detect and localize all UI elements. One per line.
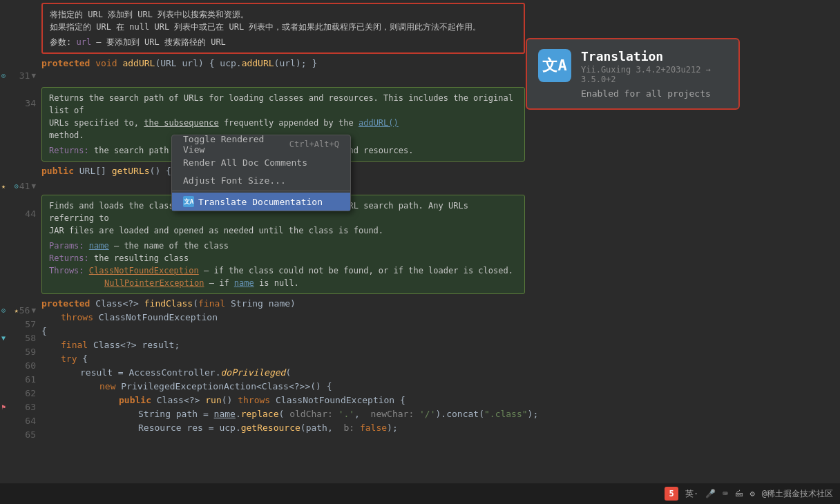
line-num-44: 44 — [0, 207, 41, 221]
menu-item-font-label: Adjust Font Size... — [183, 175, 286, 186]
doc-findclass-returns: Returns: the resulting class — [49, 252, 517, 264]
menu-item-toggle-label: Toggle Rendered View — [183, 134, 289, 155]
doc-findclass-throws: Throws: ClassNotFoundException – if the … — [49, 264, 517, 277]
translation-logo-text: 文A — [542, 55, 566, 76]
line-number-56: 56 — [19, 304, 30, 318]
menu-item-render-label: Render All Doc Comments — [183, 157, 307, 168]
line-gutter: ⊙ 31 ▼ 34 ★ ⊙ 41 ▼ 44 ⊙ ★ 56 ▼ — [0, 0, 41, 483]
taskbar-language-label: 英· — [685, 488, 698, 500]
code-line-65: Resource res = ucp.getResource(path, b: … — [41, 421, 840, 435]
doc-findclass-params: Params: name – the name of the class — [49, 240, 517, 252]
translation-popup: 文A Translation Yii.Guxing 3.4.2+203u212 … — [526, 38, 740, 110]
settings-icon: ⚙ — [750, 489, 755, 498]
taskbar-input[interactable]: 🖮 — [735, 489, 743, 498]
line-num-63: ⚑ 63 — [0, 400, 41, 414]
code-line-61: result = AccessController.doPrivileged( — [41, 366, 840, 380]
expand-icon-41[interactable]: ▼ — [31, 180, 36, 193]
menu-item-render-all[interactable]: Render All Doc Comments — [172, 153, 350, 171]
doc-box-3: Finds and loads the class with the speci… — [41, 195, 840, 294]
line-numbers: ⊙ 31 ▼ 34 ★ ⊙ 41 ▼ 44 ⊙ ★ 56 ▼ — [0, 0, 41, 442]
arrow-icon-41: ⊙ — [15, 180, 19, 193]
line-number-31: 31 — [19, 69, 30, 83]
translation-version: Yii.Guxing 3.4.2+203u212 → 3.5.0+2 — [581, 65, 727, 84]
code-line-58: { — [41, 324, 840, 338]
doc-text-chinese-3: 参数: url – 要添加到 URL 搜索路径的 URL — [50, 36, 517, 48]
taskbar-language[interactable]: 英· — [685, 488, 698, 500]
doc-text-eng-2: URLs specified to, the subsequence frequ… — [49, 117, 517, 129]
code-line-64: String path = name.replace( oldChar: '.'… — [41, 407, 840, 421]
line-num-64: 64 — [0, 414, 41, 428]
line-num-34: 34 — [0, 97, 41, 110]
taskbar-settings[interactable]: ⚙ — [750, 489, 755, 498]
line-num-57: 57 — [0, 318, 41, 331]
mic-icon: 🎤 — [705, 489, 716, 498]
keyboard-icon: ⌨ — [723, 489, 727, 498]
doc-text-chinese-2: 如果指定的 URL 在 null URL 列表中或已在 URL 列表中，或者如果… — [50, 21, 517, 33]
menu-item-toggle-shortcut: Ctrl+Alt+Q — [289, 139, 339, 149]
breakpoint-icon-31[interactable]: ⊙ — [1, 69, 6, 83]
code-line-60: try { — [41, 352, 840, 366]
taskbar-mic[interactable]: 🎤 — [705, 489, 716, 498]
menu-item-translate[interactable]: 文A Translate Documentation — [172, 193, 350, 211]
line-num-62: 62 — [0, 387, 41, 400]
expand-icon-56[interactable]: ▼ — [31, 304, 36, 318]
bookmark-icon-56[interactable]: ★ — [15, 304, 19, 318]
error-icon-63: ⚑ — [1, 400, 6, 414]
line-num-65: 65 — [0, 428, 41, 442]
taskbar-logo-item: 5 — [665, 487, 678, 501]
menu-item-toggle-rendered[interactable]: Toggle Rendered View Ctrl+Alt+Q — [172, 135, 350, 153]
doc-findclass-2: JAR files are loaded and opened as neede… — [49, 224, 517, 237]
taskbar-keyboard[interactable]: ⌨ — [723, 489, 727, 498]
taskbar-logo: 5 — [665, 487, 678, 501]
doc-findclass-throws2: NullPointerException – if name is null. — [49, 277, 517, 289]
taskbar-community: @稀土掘金技术社区 — [762, 488, 833, 500]
line-num-41: ★ ⊙ 41 ▼ — [0, 180, 41, 193]
line-num-60: 60 — [0, 359, 41, 373]
arrow-down-icon-58: ▼ — [1, 331, 6, 345]
line-num-59: 59 — [0, 345, 41, 359]
translation-logo: 文A — [538, 49, 571, 82]
line-number-41: 41 — [19, 180, 30, 193]
community-label: @稀土掘金技术社区 — [762, 488, 833, 500]
line-num-58: ▼ 58 — [0, 331, 41, 345]
bookmark-icon-41[interactable]: ★ — [1, 180, 6, 193]
code-line-62: new PrivilegedExceptionAction<Class<?>>(… — [41, 380, 840, 394]
menu-divider — [172, 191, 350, 191]
menu-item-translate-label: Translate Documentation — [198, 197, 323, 207]
line-num-31: ⊙ 31 ▼ — [0, 69, 41, 83]
translation-status: Enabled for all projects — [581, 88, 727, 99]
translate-menu-icon: 文A — [183, 196, 194, 207]
translation-info: Translation Yii.Guxing 3.4.2+203u212 → 3… — [581, 49, 727, 99]
taskbar: 5 英· 🎤 ⌨ 🖮 ⚙ @稀土掘金技术社区 — [0, 483, 840, 504]
context-menu[interactable]: Toggle Rendered View Ctrl+Alt+Q Render A… — [171, 135, 351, 211]
code-line-41: public URL[] getURLs() { return ucp.getU… — [41, 164, 840, 178]
input-icon: 🖮 — [735, 489, 743, 498]
code-line-63: public Class<?> run() throws ClassNotFou… — [41, 394, 840, 407]
breakpoint-icon-56[interactable]: ⊙ — [1, 304, 6, 318]
doc-text-eng-1: Returns the search path of URLs for load… — [49, 92, 517, 117]
line-num-61: 61 — [0, 373, 41, 387]
code-line-56: protected Class<?> findClass(final Strin… — [41, 297, 840, 311]
doc-text-chinese-1: 将指定的 URL 添加到 URL 列表中以搜索类和资源。 — [50, 8, 517, 21]
code-line-57: throws ClassNotFoundException — [41, 311, 840, 324]
code-line-59: final Class<?> result; — [41, 338, 840, 352]
line-num-56: ⊙ ★ 56 ▼ — [0, 304, 41, 318]
translation-title: Translation — [581, 49, 727, 64]
expand-icon-31[interactable]: ▼ — [31, 69, 36, 83]
menu-item-font-size[interactable]: Adjust Font Size... — [172, 171, 350, 189]
code-line-44 — [41, 178, 840, 192]
